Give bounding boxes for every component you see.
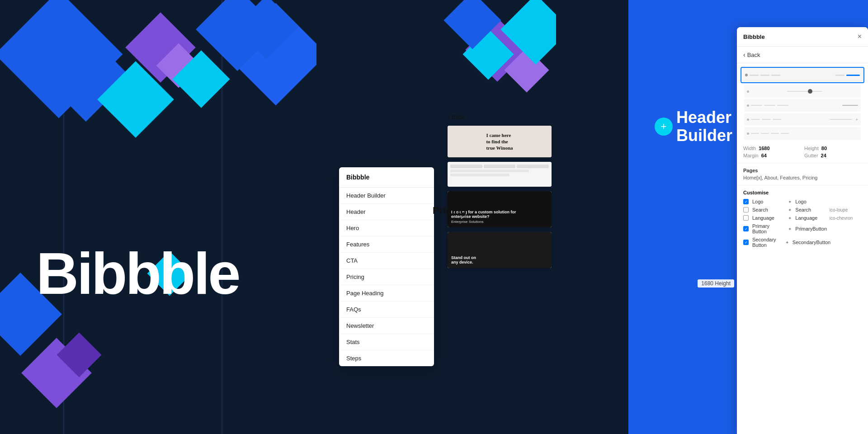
header-option-preview-5: [744, 127, 861, 140]
line-2: [760, 75, 769, 76]
header-builder-text: Header Builder: [676, 108, 732, 144]
sidebar-item-page-heading[interactable]: Page Heading: [339, 285, 434, 302]
line-5: [846, 75, 860, 76]
plus-icon: +: [655, 118, 673, 136]
customise-primary-btn-cross-label: PrimaryButton: [795, 226, 827, 231]
cross-primary-btn-icon: ✦: [786, 226, 793, 231]
cross-search-icon: ✦: [786, 208, 793, 212]
cross-logo-icon: ✦: [786, 199, 793, 204]
back-button-middle[interactable]: ‹ Back: [448, 113, 552, 120]
sidebar-item-pricing[interactable]: Pricing: [339, 269, 434, 285]
mini-line-3d: [842, 105, 858, 106]
logo-text: Bibbble: [36, 240, 239, 307]
pricing-text: Pricing: [433, 205, 467, 217]
width-value: 1680: [759, 146, 769, 151]
middle-section: Bibbble Header Builder Header Hero Featu…: [316, 0, 556, 434]
height-value: 80: [821, 146, 827, 151]
pages-label: Pages: [743, 168, 862, 173]
customise-search-cross-label: Search: [795, 207, 827, 212]
header-option-preview-3: [744, 99, 861, 112]
customise-search-ico: ico-loupe: [830, 208, 862, 212]
customise-row-language: Language ✦ Language ico-chevron: [743, 215, 862, 221]
customise-secondary-btn-cross-label: SecondaryButton: [793, 240, 830, 245]
header-option-2[interactable]: [741, 85, 864, 98]
customise-section: Customise ✓ Logo ✦ Logo Search ✦ Search …: [737, 185, 868, 255]
mini-line-5b: [761, 133, 769, 134]
cross-secondary-btn-icon: ✦: [783, 240, 791, 245]
header-option-5[interactable]: [741, 127, 864, 140]
sidebar-item-header[interactable]: Header: [339, 204, 434, 220]
customise-logo-cross-label: Logo: [795, 199, 827, 204]
checkbox-language[interactable]: [743, 215, 749, 221]
mini-line-5a: [751, 133, 759, 134]
vertical-line-2: [222, 0, 222, 434]
sidebar-item-faqs[interactable]: FAQs: [339, 302, 434, 318]
properties-section: Width 1680 Height 80 Margin 64 Gutter 24: [737, 141, 868, 163]
gutter-prop: Gutter 24: [804, 153, 862, 158]
customise-row-logo: ✓ Logo ✦ Logo: [743, 199, 862, 204]
customise-language-cross-label: Language: [795, 215, 827, 221]
panel-back-button[interactable]: ‹ Back: [737, 47, 868, 63]
customise-logo-name: Logo: [752, 199, 784, 204]
mini-line-3c: [777, 105, 788, 106]
customise-primary-btn-name: Primary Button: [752, 223, 784, 234]
cross-language-icon: ✦: [786, 216, 793, 221]
height-label: Height: [804, 146, 819, 151]
checkbox-primary-button[interactable]: ✓: [743, 226, 749, 231]
checkbox-search[interactable]: [743, 207, 749, 212]
sidebar-item-cta[interactable]: CTA: [339, 253, 434, 269]
sidebar-item-features[interactable]: Features: [339, 236, 434, 253]
header-option-preview-selected: [741, 68, 863, 82]
sidebar-item-steps[interactable]: Steps: [339, 350, 434, 366]
slider-thumb-2: [808, 89, 812, 94]
header-option-selected[interactable]: [741, 67, 864, 83]
plus-small: +: [855, 117, 858, 122]
sidebar-title: Bibbble: [339, 167, 434, 188]
preview-card-text-4: Stand out onany device.: [451, 255, 548, 264]
panel-back-arrow-icon: ‹: [743, 51, 745, 58]
panel-back-label: Back: [747, 52, 760, 58]
panel-titlebar: Bibbble ×: [737, 27, 868, 47]
height-prop: Height 80: [804, 146, 862, 151]
mini-line-4c: [773, 119, 782, 120]
preview-card-dark-4: Stand out onany device.: [448, 232, 552, 268]
mini-dot-5: [747, 132, 749, 135]
customise-secondary-btn-name: Secondary Button: [752, 237, 782, 248]
sidebar-item-newsletter[interactable]: Newsletter: [339, 318, 434, 334]
checkbox-logo[interactable]: ✓: [743, 199, 749, 204]
checkbox-secondary-button[interactable]: ✓: [743, 240, 749, 245]
preview-card-layout-2: [448, 162, 552, 187]
width-prop: Width 1680: [743, 146, 801, 151]
panel-close-button[interactable]: ×: [858, 33, 862, 41]
header-builder-badge: + Header Builder: [655, 108, 732, 144]
preview-card-text-1: I came hereto find thetrue Winona: [486, 132, 513, 151]
mini-line-4a: [751, 119, 760, 120]
sidebar-item-hero[interactable]: Hero: [339, 220, 434, 236]
preview-cards-container: ‹ Back I came hereto find thetrue Winona: [448, 113, 552, 273]
mini-line-5c: [771, 133, 779, 134]
header-option-3[interactable]: [741, 99, 864, 112]
sidebar-item-header-builder[interactable]: Header Builder: [339, 188, 434, 204]
preview-card-inner-1: I came hereto find thetrue Winona: [448, 126, 552, 157]
back-label-middle: Back: [452, 113, 465, 120]
mini-dot-2: [747, 90, 749, 93]
preview-card-row-1: [450, 165, 549, 168]
customise-language-name: Language: [752, 215, 784, 221]
customise-label: Customise: [743, 190, 862, 195]
mini-line-5d: [781, 133, 789, 134]
customise-search-name: Search: [752, 207, 784, 212]
slider-track-2: [787, 91, 821, 92]
right-panel: Bibbble × ‹ Back: [737, 27, 868, 434]
line-1: [750, 75, 759, 76]
customise-row-primary-button: ✓ Primary Button ✦ PrimaryButton: [743, 223, 862, 234]
sidebar-panel: Bibbble Header Builder Header Hero Featu…: [339, 167, 434, 366]
margin-label: Margin: [743, 153, 759, 158]
width-label: Width: [743, 146, 756, 151]
preview-card-2: [448, 162, 552, 187]
header-option-preview-2: [744, 85, 861, 98]
header-option-4[interactable]: +: [741, 113, 864, 126]
sidebar-item-stats[interactable]: Stats: [339, 334, 434, 350]
mini-dot-4: [747, 118, 749, 121]
margin-prop: Margin 64: [743, 153, 801, 158]
gutter-value: 24: [821, 153, 826, 158]
